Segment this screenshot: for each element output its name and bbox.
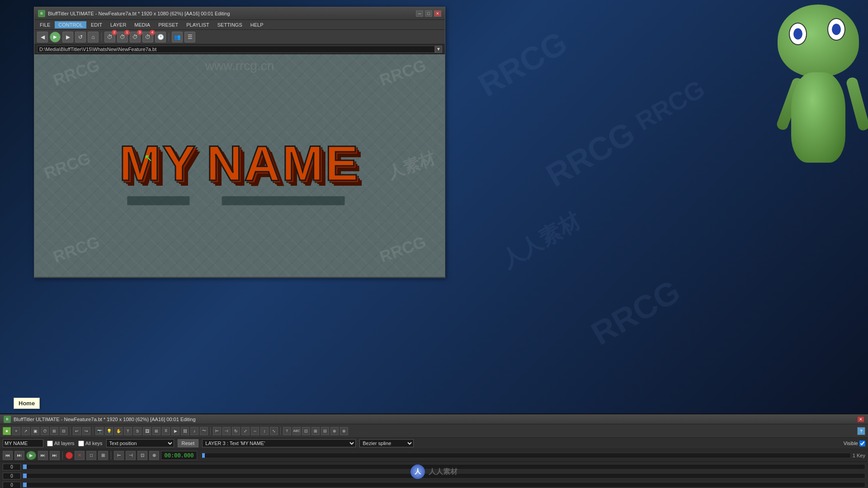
window-controls[interactable]: ─ □ ✕ [416, 10, 441, 17]
transport-next-btn[interactable]: ⏭ [38, 451, 48, 460]
bottom-close-button[interactable]: ✕ [857, 416, 864, 422]
timeline-value-2[interactable] [3, 473, 21, 479]
bt-undo-btn[interactable]: ↩ [73, 427, 81, 435]
bt-text2-btn[interactable]: T [283, 427, 291, 435]
timeline-bar-1[interactable] [23, 464, 865, 469]
minimize-button[interactable]: ─ [416, 10, 423, 17]
record-button[interactable] [66, 452, 73, 459]
bt-transform-btn[interactable]: ⊞ [152, 427, 160, 435]
bt-text-btn[interactable]: T [124, 427, 132, 435]
bt-wave-btn[interactable]: 〜 [200, 427, 208, 435]
bt-video-btn[interactable]: ▶ [171, 427, 179, 435]
transport-stop-btn[interactable]: ✕ [75, 451, 85, 460]
bt-star-btn[interactable]: ★ [3, 427, 11, 435]
bt-frame-btn[interactable]: ▣ [31, 427, 39, 435]
preview-text-word2: NAME [207, 134, 360, 192]
transport-begin-btn[interactable]: ⏮ [3, 451, 13, 460]
all-keys-checkbox[interactable] [78, 441, 84, 446]
transport-marker3-btn[interactable]: ⊡ [137, 451, 147, 460]
bt-s-btn[interactable]: S [133, 427, 142, 435]
menu-file[interactable]: FILE [36, 21, 54, 28]
forward-button[interactable]: ▶ [62, 32, 73, 42]
maximize-button[interactable]: □ [425, 10, 432, 17]
bt-align-right-btn[interactable]: ⊣ [222, 427, 231, 435]
bt-export-btn[interactable]: ↗ [22, 427, 30, 435]
bt-add-btn[interactable]: + [12, 427, 20, 435]
home-button[interactable]: ⌂ [88, 32, 99, 42]
visible-text: Visible [844, 441, 858, 446]
visible-label[interactable]: Visible [844, 441, 865, 446]
spline-dropdown[interactable]: Bezier spline [359, 439, 414, 447]
transport-play-btn[interactable]: ▶ [26, 451, 36, 460]
timeline-value-3[interactable] [3, 482, 21, 488]
bt-img2-btn[interactable]: ⊡ [302, 427, 310, 435]
address-dropdown-btn[interactable]: ▼ [435, 46, 442, 53]
timeline-bar-2[interactable] [23, 473, 865, 479]
menu-playlist[interactable]: PLAYLIST [183, 21, 213, 28]
address-input[interactable] [37, 46, 435, 53]
menu-preset[interactable]: PRESET [155, 21, 182, 28]
menu-media[interactable]: MEDIA [131, 21, 154, 28]
bt-camera-btn[interactable]: 📷 [95, 427, 104, 435]
alien-body [791, 72, 845, 163]
bt-clock-btn[interactable]: ⏱ [41, 427, 49, 435]
transport-prev-btn[interactable]: ⏭ [14, 451, 24, 460]
all-keys-label: All keys [85, 441, 103, 446]
people-button[interactable]: 👥 [172, 32, 183, 42]
transport-loop-btn[interactable]: □ [86, 451, 96, 460]
all-keys-checkbox-label[interactable]: All keys [78, 441, 103, 446]
transport-fullscreen-btn[interactable]: ⊞ [98, 451, 108, 460]
bt-bulb-btn[interactable]: 💡 [105, 427, 113, 435]
bt-extra3-btn[interactable]: ⊕ [330, 427, 339, 435]
transport-marker1-btn[interactable]: ⊢ [114, 451, 124, 460]
timeline-value-1[interactable] [3, 464, 21, 470]
bt-redo-btn[interactable]: ↪ [82, 427, 90, 435]
back-button[interactable]: ◀ [37, 32, 48, 42]
menu-layer[interactable]: LAYER [107, 21, 130, 28]
menu-control[interactable]: CONTROL [55, 21, 86, 28]
visible-checkbox[interactable] [859, 441, 865, 446]
bt-align-left-btn[interactable]: ⊢ [213, 427, 221, 435]
tb-sep-2 [169, 33, 169, 42]
play-button[interactable]: ▶ [50, 32, 61, 42]
transport-marker4-btn[interactable]: ⊕ [149, 451, 159, 460]
reset-button[interactable]: Reset [178, 439, 199, 447]
timeline-bar-3[interactable] [23, 482, 865, 488]
bt-extra2-btn[interactable]: ⊟ [321, 427, 329, 435]
timeline-row-1 [3, 463, 865, 471]
bt-extra4-btn[interactable]: ⊗ [340, 427, 348, 435]
close-button[interactable]: ✕ [434, 10, 441, 17]
bt-flip-v-btn[interactable]: ↕ [260, 427, 269, 435]
bt-hand-btn[interactable]: ✋ [114, 427, 123, 435]
clock-button[interactable]: 🕐 [155, 32, 166, 42]
menu-help[interactable]: HELP [247, 21, 267, 28]
menu-btn[interactable]: ☰ [184, 32, 195, 42]
timeline-main[interactable] [201, 453, 851, 458]
bt-copy-btn[interactable]: ⊞ [50, 427, 58, 435]
bt-grid-btn[interactable]: ⊟ [60, 427, 68, 435]
tb-sep-1 [101, 33, 102, 42]
refresh-button[interactable]: ↺ [75, 32, 86, 42]
layer-select-dropdown[interactable]: LAYER 3 : Text 'MY NAME' [202, 439, 356, 447]
layer-name-input[interactable] [3, 439, 43, 447]
all-layers-checkbox-label[interactable]: All layers [47, 441, 75, 446]
bt-extra1-btn[interactable]: ⊞ [311, 427, 320, 435]
bt-image-btn[interactable]: 🖼 [143, 427, 151, 435]
bt-rotate-btn[interactable]: ↻ [232, 427, 240, 435]
transport-end-btn[interactable]: ⏭ [50, 451, 60, 460]
menu-edit[interactable]: EDIT [87, 21, 106, 28]
all-layers-checkbox[interactable] [47, 441, 53, 446]
transport-marker2-btn[interactable]: ⊣ [126, 451, 136, 460]
bt-scale-btn[interactable]: ⤢ [241, 427, 250, 435]
bt-effects-btn[interactable]: ⧖ [162, 427, 170, 435]
bt-abc-btn[interactable]: ABC [292, 427, 301, 435]
timecode-display: 00:00.000 [161, 451, 197, 460]
bt-zoom-btn[interactable]: ⤡ [270, 427, 278, 435]
bt-help-btn[interactable]: ? [857, 427, 865, 435]
menu-settings[interactable]: SETTINGS [214, 21, 246, 28]
property-dropdown[interactable]: Text position [106, 439, 174, 447]
key-count-label: 1 Key [853, 453, 865, 458]
bt-chain-btn[interactable]: ⛓ [181, 427, 189, 435]
bt-music-btn[interactable]: ♪ [190, 427, 198, 435]
bt-flip-h-btn[interactable]: ↔ [251, 427, 259, 435]
